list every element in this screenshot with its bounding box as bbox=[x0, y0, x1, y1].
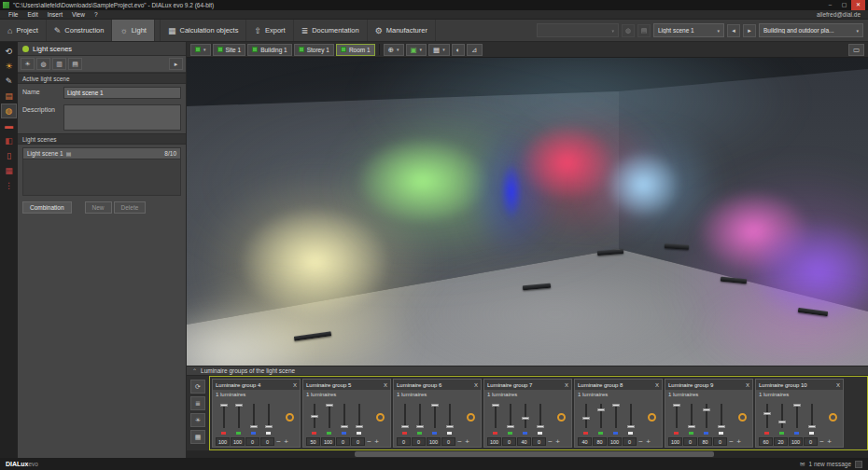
white-channel-slider[interactable] bbox=[805, 402, 819, 435]
account-email[interactable]: allefred@dial.de bbox=[817, 11, 864, 18]
orbit-navigation-button[interactable]: ⊕▾ bbox=[384, 44, 404, 56]
green-value[interactable]: 0 bbox=[502, 437, 516, 446]
previous-scene-button[interactable]: ◂ bbox=[727, 24, 740, 37]
white-channel-slider[interactable] bbox=[533, 402, 548, 435]
measure-button[interactable]: ⊿ bbox=[467, 44, 482, 56]
white-value[interactable]: 0 bbox=[713, 437, 727, 446]
green-channel-slider[interactable] bbox=[503, 402, 518, 435]
green-channel-slider[interactable] bbox=[775, 402, 790, 435]
tab-calculation-objects[interactable]: ▦Calculation objects bbox=[160, 20, 246, 41]
blue-value[interactable]: 0 bbox=[336, 437, 350, 446]
slider-knob[interactable] bbox=[220, 404, 228, 407]
slider-knob[interactable] bbox=[763, 412, 771, 415]
slider-knob[interactable] bbox=[808, 425, 816, 428]
white-channel-slider[interactable] bbox=[261, 402, 276, 435]
green-channel-slider[interactable] bbox=[231, 402, 246, 435]
levels-icon[interactable]: ≣ bbox=[190, 396, 205, 410]
collapse-icon[interactable]: ⌃ bbox=[192, 367, 197, 374]
green-channel-slider[interactable] bbox=[684, 402, 699, 435]
menu-help[interactable]: ? bbox=[90, 11, 103, 18]
blue-value[interactable]: 100 bbox=[608, 437, 622, 446]
maximize-button[interactable]: ▢ bbox=[837, 0, 851, 10]
increase-icon[interactable]: + bbox=[373, 437, 380, 446]
view-3d-button[interactable]: ▣▾ bbox=[406, 44, 427, 56]
close-icon[interactable]: X bbox=[384, 382, 387, 388]
slider-knob[interactable] bbox=[356, 425, 363, 428]
green-channel-slider[interactable] bbox=[322, 402, 337, 435]
slider-knob[interactable] bbox=[718, 425, 725, 428]
new-message-label[interactable]: 1 new message bbox=[808, 461, 851, 467]
slider-knob[interactable] bbox=[250, 425, 258, 428]
inactive-dropdown[interactable]: ▾ bbox=[537, 23, 619, 37]
menu-insert[interactable]: Insert bbox=[43, 11, 67, 18]
luminaire-group-header[interactable]: Luminaire group 9 X bbox=[665, 380, 752, 390]
close-icon[interactable]: X bbox=[746, 382, 749, 388]
scene-table-icon[interactable]: ▤ bbox=[68, 58, 82, 70]
delete-scene-button[interactable]: Delete bbox=[114, 201, 147, 214]
close-icon[interactable]: X bbox=[655, 382, 659, 388]
red-value[interactable]: 100 bbox=[487, 437, 501, 446]
luminaire-group-header[interactable]: Luminaire group 7 X bbox=[484, 380, 571, 390]
close-icon[interactable]: X bbox=[293, 382, 297, 388]
decrease-icon[interactable]: − bbox=[728, 437, 735, 446]
blue-channel-slider[interactable] bbox=[790, 402, 805, 435]
blue-channel-slider[interactable] bbox=[609, 402, 623, 435]
white-value[interactable]: 0 bbox=[804, 437, 818, 446]
tab-export[interactable]: ⇧Export bbox=[246, 20, 293, 41]
luminaire-groups-header[interactable]: ⌃ Luminaire groups of the light scene bbox=[187, 366, 868, 376]
blue-value[interactable]: 40 bbox=[517, 437, 531, 446]
tools-icon[interactable]: ✎ bbox=[2, 75, 16, 88]
daylight-scene-icon[interactable]: ☀ bbox=[21, 58, 35, 70]
close-icon[interactable]: X bbox=[565, 382, 568, 388]
blue-value[interactable]: 0 bbox=[245, 437, 259, 446]
scrollbar-thumb[interactable] bbox=[355, 451, 714, 457]
green-value[interactable]: 80 bbox=[593, 437, 607, 446]
chevron-right-icon[interactable]: ▸ bbox=[169, 58, 183, 70]
slider-knob[interactable] bbox=[537, 425, 544, 428]
snapshot-view-button[interactable]: ▦▾ bbox=[428, 44, 450, 56]
materials-icon[interactable]: ▤ bbox=[2, 90, 16, 103]
close-icon[interactable]: X bbox=[474, 382, 478, 388]
scene-list-icon[interactable]: ▤ bbox=[637, 24, 651, 37]
green-value[interactable]: 0 bbox=[683, 437, 697, 446]
decrease-icon[interactable]: − bbox=[819, 437, 825, 446]
render-canvas[interactable] bbox=[187, 58, 868, 366]
light-scene-list-item[interactable]: Light scene 1 ▤ 8/10 bbox=[23, 148, 180, 159]
increase-icon[interactable]: + bbox=[464, 437, 470, 446]
blue-channel-slider[interactable] bbox=[427, 402, 442, 435]
breadcrumb-building[interactable]: Building 1 bbox=[247, 44, 292, 56]
breadcrumb-site[interactable]: Site 1 bbox=[213, 44, 246, 56]
slider-knob[interactable] bbox=[612, 404, 620, 407]
white-value[interactable]: 0 bbox=[260, 437, 274, 446]
green-channel-slider[interactable] bbox=[594, 402, 609, 435]
white-value[interactable]: 0 bbox=[351, 437, 365, 446]
white-channel-slider[interactable] bbox=[442, 402, 457, 435]
red-value[interactable]: 0 bbox=[397, 437, 411, 446]
increase-icon[interactable]: + bbox=[826, 437, 833, 446]
slider-knob[interactable] bbox=[235, 404, 243, 407]
slider-knob[interactable] bbox=[326, 404, 333, 407]
decrease-icon[interactable]: − bbox=[366, 437, 372, 446]
breadcrumb-storey[interactable]: Storey 1 bbox=[294, 44, 334, 56]
luminaire-group-header[interactable]: Luminaire group 6 X bbox=[394, 380, 481, 390]
blue-value[interactable]: 100 bbox=[789, 437, 803, 446]
new-scene-button[interactable]: New bbox=[85, 201, 112, 214]
slider-knob[interactable] bbox=[522, 417, 529, 420]
planning-mode-select[interactable]: Building and outdoor pla...▾ bbox=[759, 23, 863, 37]
scene-filter-icon[interactable]: ◍ bbox=[622, 24, 635, 37]
apertures-icon[interactable]: ▯ bbox=[2, 149, 16, 162]
tab-manufacturer[interactable]: ⚙Manufacturer bbox=[368, 20, 436, 41]
combination-button[interactable]: Combination bbox=[22, 201, 72, 214]
close-icon[interactable]: X bbox=[836, 382, 840, 388]
red-value[interactable]: 40 bbox=[578, 437, 592, 446]
slider-knob[interactable] bbox=[778, 421, 786, 423]
increase-icon[interactable]: + bbox=[735, 437, 742, 446]
increase-icon[interactable]: + bbox=[554, 437, 561, 446]
blue-channel-slider[interactable] bbox=[699, 402, 714, 435]
history-icon[interactable]: ⟲ bbox=[2, 45, 16, 58]
refresh-icon[interactable]: ⟳ bbox=[190, 380, 205, 394]
scene-description-input[interactable] bbox=[63, 104, 181, 131]
daylight-icon[interactable]: ☀ bbox=[2, 60, 16, 73]
brightness-icon[interactable]: ☀ bbox=[190, 413, 205, 427]
white-channel-slider[interactable] bbox=[714, 402, 729, 435]
